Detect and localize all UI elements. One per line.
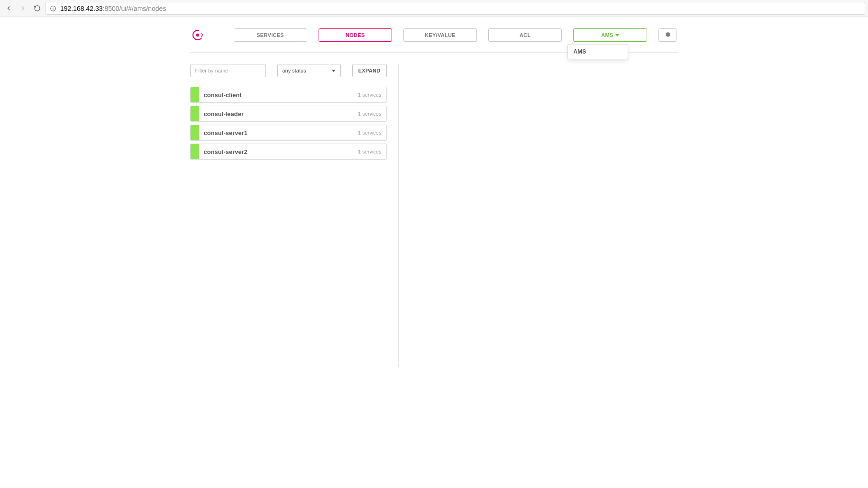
- svg-point-7: [201, 36, 201, 37]
- status-select[interactable]: any status: [277, 64, 341, 77]
- svg-point-4: [196, 34, 199, 36]
- topbar: SERVICES NODES KEY/VALUE ACL AMS: [190, 28, 678, 42]
- browser-chrome: 192.168.42.33:8500/ui/#/ams/nodes: [0, 0, 868, 17]
- status-select-value: any status: [283, 68, 306, 73]
- url-rest: :8500/ui/#/ams/nodes: [103, 5, 166, 12]
- url-host: 192.168.42.33: [60, 5, 103, 12]
- node-status-indicator: [191, 87, 199, 102]
- node-row[interactable]: consul-leader 1 services: [190, 106, 387, 122]
- node-list: consul-client 1 services consul-leader 1…: [190, 87, 387, 160]
- nav-tabs: SERVICES NODES KEY/VALUE ACL AMS: [234, 28, 676, 42]
- node-status-indicator: [191, 125, 199, 140]
- gear-icon: [664, 31, 671, 39]
- settings-button[interactable]: [658, 28, 676, 42]
- url-bar[interactable]: 192.168.42.33:8500/ui/#/ams/nodes: [46, 2, 865, 15]
- expand-button[interactable]: EXPAND: [352, 64, 387, 77]
- chevron-down-icon: [332, 70, 336, 72]
- datacenter-dropdown-menu: AMS: [567, 44, 628, 59]
- detail-panel: [399, 64, 678, 367]
- reload-icon[interactable]: [31, 3, 43, 14]
- node-name: consul-server2: [199, 144, 358, 159]
- back-icon[interactable]: [3, 3, 14, 14]
- node-services-count: 1 services: [358, 106, 386, 121]
- node-services-count: 1 services: [358, 144, 386, 159]
- datacenter-dropdown-button[interactable]: AMS: [573, 28, 647, 42]
- info-icon[interactable]: [50, 5, 56, 12]
- tab-nodes[interactable]: NODES: [319, 28, 392, 42]
- node-name: consul-client: [199, 87, 358, 102]
- consul-logo: [192, 29, 203, 41]
- node-row[interactable]: consul-server1 1 services: [190, 125, 387, 141]
- filter-input[interactable]: [190, 64, 266, 77]
- tab-services[interactable]: SERVICES: [234, 28, 307, 42]
- datacenter-option-ams[interactable]: AMS: [574, 48, 622, 55]
- node-status-indicator: [191, 144, 199, 159]
- node-name: consul-server1: [199, 125, 358, 140]
- node-row[interactable]: consul-client 1 services: [190, 87, 387, 103]
- svg-point-6: [201, 35, 202, 36]
- node-name: consul-leader: [199, 106, 358, 121]
- chevron-down-icon: [615, 34, 619, 36]
- nodes-panel: any status EXPAND consul-client 1 servic…: [190, 64, 399, 367]
- tab-keyvalue[interactable]: KEY/VALUE: [403, 28, 477, 42]
- svg-point-8: [202, 34, 203, 35]
- node-services-count: 1 services: [358, 87, 386, 102]
- node-row[interactable]: consul-server2 1 services: [190, 144, 387, 160]
- datacenter-label: AMS: [601, 32, 613, 38]
- node-services-count: 1 services: [358, 125, 386, 140]
- filter-row: any status EXPAND: [190, 64, 387, 77]
- url-text: 192.168.42.33:8500/ui/#/ams/nodes: [60, 5, 166, 12]
- node-status-indicator: [191, 106, 199, 121]
- svg-point-5: [201, 33, 201, 34]
- svg-point-9: [202, 36, 203, 36]
- forward-icon: [17, 3, 28, 14]
- tab-acl[interactable]: ACL: [488, 28, 562, 42]
